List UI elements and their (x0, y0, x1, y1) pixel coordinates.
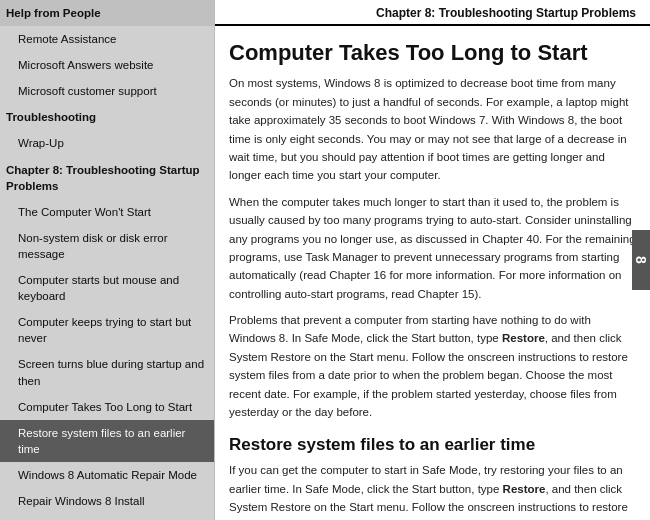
sidebar-item-help-from-people[interactable]: Help from People (0, 0, 214, 26)
long-start-intro: On most systems, Windows 8 is optimized … (229, 74, 636, 184)
sidebar-item-remote-assistance[interactable]: Remote Assistance (0, 26, 214, 52)
long-start-body2: Problems that prevent a computer from st… (229, 311, 636, 421)
section-title-restore: Restore system files to an earlier time (229, 435, 636, 455)
restore-body: If you can get the computer to start in … (229, 461, 636, 520)
sidebar-item-repair-windows8[interactable]: Repair Windows 8 Install (0, 488, 214, 514)
content-body: Computer Takes Too Long to Start On most… (215, 26, 650, 520)
sidebar-item-screen-blue[interactable]: Screen turns blue during startup and the… (0, 351, 214, 393)
chapter-tab-number: 8 (633, 256, 649, 264)
chapter-tab: 8 (632, 230, 650, 290)
long-start-body: When the computer takes much longer to s… (229, 193, 636, 303)
sidebar: Help from PeopleRemote AssistanceMicroso… (0, 0, 215, 520)
sidebar-item-computer-long-start[interactable]: Computer Takes Too Long to Start (0, 394, 214, 420)
main-content: Chapter 8: Troubleshooting Startup Probl… (215, 0, 650, 520)
sidebar-item-starts-mouse-keyboard[interactable]: Computer starts but mouse and keyboard (0, 267, 214, 309)
sidebar-item-chapter-8[interactable]: Chapter 8: Troubleshooting Startup Probl… (0, 157, 214, 199)
sidebar-item-restore-system-files[interactable]: Restore system files to an earlier time (0, 420, 214, 462)
chapter-header: Chapter 8: Troubleshooting Startup Probl… (215, 0, 650, 26)
sidebar-item-computer-wont-start[interactable]: The Computer Won't Start (0, 199, 214, 225)
chapter-header-text: Chapter 8: Troubleshooting Startup Probl… (376, 6, 636, 20)
sidebar-item-microsoft-answers[interactable]: Microsoft Answers website (0, 52, 214, 78)
sidebar-item-troubleshooting[interactable]: Troubleshooting (0, 104, 214, 130)
sidebar-item-non-system-disk[interactable]: Non-system disk or disk error message (0, 225, 214, 267)
sidebar-item-microsoft-customer-support[interactable]: Microsoft customer support (0, 78, 214, 104)
main-wrapper: Chapter 8: Troubleshooting Startup Probl… (215, 0, 650, 520)
sidebar-item-keeps-trying[interactable]: Computer keeps trying to start but never (0, 309, 214, 351)
sidebar-item-windows8-auto-repair[interactable]: Windows 8 Automatic Repair Mode (0, 462, 214, 488)
section-title-long-start: Computer Takes Too Long to Start (229, 40, 636, 66)
sidebar-item-advanced-startup[interactable]: Advanced startup (0, 514, 214, 520)
sidebar-item-wrap-up[interactable]: Wrap-Up (0, 130, 214, 156)
